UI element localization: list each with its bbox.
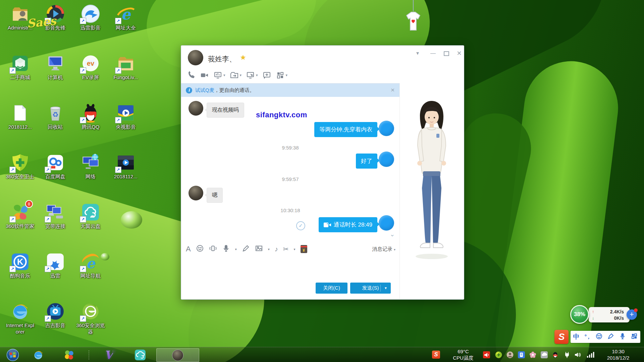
- taskbar: V S 69°CCPU温度 10:302018/12/2: [0, 347, 644, 362]
- ime-mode-toggle[interactable]: 中: [573, 333, 580, 341]
- shortcut-arrow-icon: ↗: [115, 117, 121, 123]
- video-call-icon[interactable]: [200, 71, 209, 80]
- peer-avatar[interactable]: [189, 186, 203, 200]
- banner-close-icon[interactable]: ✕: [390, 87, 395, 93]
- tray-360-icon[interactable]: [495, 351, 502, 358]
- desktop-icon-thunder-play[interactable]: ↗迅雷影音: [73, 4, 108, 31]
- watermark-link[interactable]: sifangktv.com: [256, 111, 307, 119]
- desktop-icon-folder-green[interactable]: ↗FungoLiv...: [108, 54, 143, 80]
- net-monitor-widget[interactable]: ↑2.4K/s ↓0K/s 38% +: [570, 304, 637, 325]
- desktop-icon-green-cube[interactable]: ↗二手商城: [3, 54, 38, 80]
- send-options-caret[interactable]: ▼: [384, 286, 387, 290]
- window-menu-button[interactable]: ▾: [412, 49, 423, 58]
- desktop-icon-browser360[interactable]: ↗360安全浏览器: [73, 302, 108, 335]
- computer-icon: [46, 54, 65, 73]
- desktop-icon-tianyi[interactable]: ↗天翼云盘: [73, 202, 108, 229]
- close-chat-button[interactable]: 关闭(C): [316, 283, 347, 294]
- scroll-bottom-icon[interactable]: ⌄: [390, 231, 395, 238]
- desktop-icon-qq[interactable]: ↗腾讯QQ: [73, 103, 108, 130]
- remote-desktop-icon[interactable]: ▾: [246, 71, 258, 80]
- taskbar-cloud-icon[interactable]: [131, 347, 150, 362]
- peer-avatar[interactable]: [188, 50, 203, 65]
- desktop-icon-ie-yellow[interactable]: e↗网址大全: [108, 4, 143, 31]
- desktop-icon-ie-big[interactable]: Internet Explorer: [3, 302, 38, 335]
- desktop-icon-kugou[interactable]: K↗酷狗音乐: [3, 252, 38, 279]
- apps-grid-icon[interactable]: ▾: [276, 71, 288, 80]
- window-titlebar[interactable]: 莪姓李、 ★ ▾ — ✕: [181, 46, 464, 69]
- voice-message-icon[interactable]: [222, 244, 230, 254]
- close-window-button[interactable]: ✕: [453, 49, 465, 58]
- window-shake-icon[interactable]: [209, 244, 217, 254]
- self-avatar[interactable]: [379, 152, 394, 167]
- tray-flower-icon[interactable]: [529, 351, 536, 358]
- desktop-icon-baidu-pan[interactable]: ↗百度网盘: [38, 153, 73, 180]
- hanging-shirt-icon[interactable]: [401, 0, 425, 32]
- music-icon[interactable]: ♪: [275, 245, 278, 253]
- desktop-icon-shield[interactable]: ↗360安全卫士: [3, 153, 38, 180]
- self-avatar[interactable]: [379, 121, 394, 136]
- desktop-icon-network[interactable]: 网络: [73, 153, 108, 180]
- tray-cloud-icon[interactable]: [541, 351, 548, 358]
- screen-demo-icon[interactable]: ▾: [213, 71, 225, 80]
- ime-emoji-icon[interactable]: [596, 333, 602, 341]
- handwrite-icon[interactable]: [242, 244, 250, 254]
- taskbar-sogou-icon[interactable]: [60, 347, 78, 362]
- desktop-icon-recycle[interactable]: ♻回收站: [38, 103, 73, 130]
- tray-qq-icon[interactable]: [552, 351, 559, 358]
- sogou-logo[interactable]: S: [554, 330, 569, 344]
- minimize-button[interactable]: —: [427, 49, 439, 58]
- desktop-icon-cctv[interactable]: ↗央视影音: [108, 103, 143, 130]
- desktop-icon-video[interactable]: ↗2018112...: [108, 153, 143, 180]
- tray-volume-icon[interactable]: [574, 351, 581, 358]
- message-history-button[interactable]: 消息记录 ▾: [372, 246, 395, 252]
- tray-power-icon[interactable]: [564, 351, 571, 358]
- start-button[interactable]: [5, 347, 21, 362]
- voice-call-icon[interactable]: [186, 71, 196, 80]
- desktop-icon-computer[interactable]: 计算机: [38, 54, 73, 80]
- ime-mic-icon[interactable]: [619, 333, 626, 341]
- taskbar-vagaa-icon[interactable]: V: [99, 347, 118, 362]
- tray-network-icon[interactable]: [586, 351, 595, 358]
- desktop-icon-xunlei[interactable]: ↗迅雷: [38, 252, 73, 279]
- cpu-temp[interactable]: 69°CCPU温度: [448, 348, 478, 361]
- notification-dot: [634, 308, 638, 312]
- image-icon[interactable]: [255, 244, 263, 254]
- ime-punct-toggle[interactable]: °，: [585, 334, 591, 341]
- send-button[interactable]: 发送(S) ▼: [350, 283, 391, 294]
- desktop-icon-broadband[interactable]: ↗宽带连接: [38, 202, 73, 229]
- shortcut-arrow-icon: ↗: [9, 167, 16, 173]
- font-icon[interactable]: A: [186, 245, 191, 253]
- maximize-button[interactable]: [441, 49, 452, 58]
- red-packet-icon[interactable]: [301, 245, 307, 253]
- taskbar-active-chat[interactable]: [156, 348, 199, 362]
- desktop-icon-ev[interactable]: ev↗EV录屏: [73, 54, 108, 80]
- screenshot-scissors-icon[interactable]: ✂: [283, 245, 289, 253]
- desktop-icon-clover[interactable]: ↗8360软件管家: [3, 202, 38, 229]
- banner-link[interactable]: 试试Q麦: [195, 87, 214, 94]
- emoji-icon[interactable]: [196, 244, 204, 254]
- shortcut-arrow-icon: ↗: [45, 315, 51, 322]
- tray-user-icon[interactable]: [506, 351, 514, 358]
- qq-show-panel[interactable]: [400, 83, 464, 299]
- desktop-icon-jiji[interactable]: ↗吉吉影音: [38, 302, 73, 328]
- ime-keyboard-icon[interactable]: [631, 333, 638, 341]
- shortcut-arrow-icon: ↗: [80, 18, 86, 24]
- memory-ball[interactable]: 38%: [570, 305, 589, 324]
- desktop-icon-label: 网址导航: [80, 273, 101, 279]
- send-file-icon[interactable]: ▾: [230, 71, 242, 80]
- create-group-icon[interactable]: [262, 71, 271, 80]
- peer-avatar[interactable]: [189, 101, 203, 116]
- message-bubble-left: 现在视频吗: [207, 103, 244, 118]
- tray-sogou-icon[interactable]: S: [432, 351, 440, 359]
- self-avatar[interactable]: [379, 215, 394, 231]
- ime-pen-icon[interactable]: [607, 333, 614, 341]
- tray-clock[interactable]: 10:302018/12/2: [600, 348, 637, 361]
- desktop-icon-label: 吉吉影音: [45, 322, 65, 328]
- timestamp: 10:30:18: [181, 207, 399, 213]
- desktop-icon-label: 360安全卫士: [6, 173, 34, 180]
- desktop-icon-doc[interactable]: 2018112...: [3, 103, 38, 130]
- desktop-icon-nav-e[interactable]: e↗网址导航: [73, 252, 108, 279]
- tray-phone-icon[interactable]: [518, 351, 525, 358]
- tray-announce-icon[interactable]: [483, 351, 490, 358]
- taskbar-ie-icon[interactable]: [29, 347, 48, 362]
